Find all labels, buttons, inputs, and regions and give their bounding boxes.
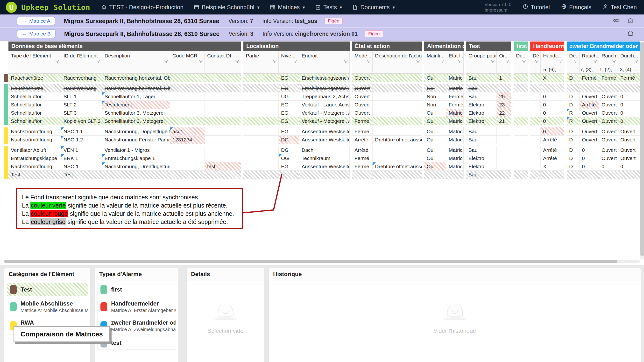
cell-zde[interactable]: D <box>567 154 580 162</box>
cell-handt[interactable]: X <box>541 162 564 171</box>
column-header-hde[interactable]: Dé... <box>530 51 541 66</box>
cell-action[interactable] <box>372 117 422 125</box>
cell-id[interactable]: VEN 1 <box>61 146 102 154</box>
filter-input-zde[interactable] <box>567 66 580 74</box>
cell-zde[interactable]: D <box>567 74 580 82</box>
cell-hde[interactable] <box>530 162 541 171</box>
cell-mcr[interactable] <box>170 117 205 125</box>
cell-action[interactable] <box>372 154 422 162</box>
filter-icon[interactable] <box>506 59 509 65</box>
cell-groupe[interactable]: Bau <box>466 146 497 154</box>
column-header-partie[interactable]: Partie <box>244 51 279 66</box>
filter-input-id[interactable] <box>61 66 102 74</box>
nav-item-tests[interactable]: Tests ▾ <box>315 4 342 11</box>
cell-type[interactable]: Nachströmöffnung <box>8 136 61 144</box>
cell-id[interactable]: Rauchvorhang <box>61 84 102 92</box>
cell-endroit[interactable]: Aussentüre Westseite,... <box>299 162 350 171</box>
filter-input-mainti[interactable] <box>424 66 446 74</box>
cell-id[interactable]: ERK 1 <box>61 154 102 162</box>
filter-icon[interactable] <box>199 59 203 65</box>
cell-di[interactable] <box>205 127 241 136</box>
cell-zde[interactable]: R <box>567 109 580 117</box>
cell-id[interactable]: SLT 3 <box>61 109 102 117</box>
filter-input-di[interactable] <box>205 66 241 74</box>
cell-etat[interactable]: Matrice <box>446 154 464 162</box>
cell-endroit[interactable]: Erschliessungszone / ... <box>299 74 350 82</box>
cell-id[interactable]: NSÖ 1 <box>61 162 102 171</box>
cell-mainti[interactable]: Non <box>424 92 446 101</box>
vertical-scrollbar[interactable] <box>640 41 644 260</box>
cell-hde[interactable] <box>530 127 541 136</box>
cell-desc[interactable]: Schnelllauftor 3, Metzgerei <box>102 109 170 117</box>
home-icon[interactable] <box>627 17 634 25</box>
filter-icon[interactable] <box>235 59 239 65</box>
filter-input-niveau[interactable] <box>279 66 299 74</box>
cell-hde[interactable] <box>530 171 541 179</box>
column-header-r1[interactable]: Rauch... <box>580 51 599 66</box>
cell-mainti[interactable]: Oui <box>424 117 446 125</box>
filter-icon[interactable] <box>344 59 348 65</box>
cell-di[interactable] <box>205 84 241 92</box>
cell-partie[interactable] <box>244 74 279 82</box>
matrice-a-button[interactable]: → Matrice A <box>17 17 55 25</box>
cell-desc[interactable]: Nachströmung, Drehflügeltüre <box>102 162 170 171</box>
cell-desc[interactable]: Rauchvorhang horizontal, Oblicht <box>102 84 170 92</box>
cell-durch[interactable]: Ouvert <box>618 146 640 154</box>
cell-action[interactable] <box>372 92 422 101</box>
cell-desc[interactable]: Rauchvorhang horizontal, Oblicht <box>102 74 170 82</box>
cell-mcr[interactable] <box>170 154 205 162</box>
cell-fde[interactable] <box>514 154 528 162</box>
cell-fde[interactable] <box>514 127 528 136</box>
cell-groupe[interactable]: Bau <box>466 136 497 144</box>
cell-hde[interactable] <box>530 109 541 117</box>
horizontal-scrollbar-thumb[interactable] <box>4 260 618 263</box>
cell-niveau[interactable]: EG <box>279 109 299 117</box>
cell-mode[interactable] <box>352 171 372 179</box>
cell-fde[interactable] <box>514 74 528 82</box>
cell-mode[interactable]: Fermé <box>352 117 372 125</box>
nav-item-beispiele[interactable]: Beispiele Schönbühl ▾ <box>194 4 260 11</box>
cell-r1[interactable]: Fermé <box>580 74 599 82</box>
column-header-groupe[interactable]: Groupe pour... <box>466 51 497 66</box>
column-header-mainti[interactable]: Mainti... <box>424 51 446 66</box>
cell-partie[interactable] <box>244 146 279 154</box>
cell-id[interactable]: NSÖ 1.2 <box>61 136 102 144</box>
cell-zde[interactable] <box>567 84 580 92</box>
app-logo-icon[interactable]: U <box>6 2 17 13</box>
filter-input-r1[interactable]: 7, (8), ... <box>580 66 599 74</box>
filter-icon[interactable] <box>367 59 371 65</box>
cell-durch[interactable]: 0 <box>618 109 640 117</box>
cell-endroit[interactable]: Aussentüre Westseite,... <box>299 127 350 136</box>
matrice-b-button[interactable]: ← Matrice B <box>17 29 56 38</box>
cell-fde[interactable] <box>514 136 528 144</box>
cell-groupe[interactable]: Elektro <box>466 117 497 125</box>
column-header-fde[interactable]: Dé... <box>514 51 528 66</box>
cell-durch[interactable]: Ouvert <box>618 154 640 162</box>
cell-action[interactable] <box>372 171 422 179</box>
cell-mode[interactable]: Arrêté <box>352 146 372 154</box>
cell-etat[interactable]: Matrice <box>446 162 464 171</box>
cell-desc[interactable]: Nachströmung, Doppelflügeltür... <box>102 127 170 136</box>
cell-or[interactable]: 25 <box>497 92 511 101</box>
cell-mainti[interactable]: Oui <box>424 146 446 154</box>
cell-endroit[interactable]: Aussentüre Westseite,... <box>299 136 350 144</box>
cell-type[interactable]: Schnelllauftor <box>8 92 61 101</box>
filter-input-etat[interactable] <box>446 66 464 74</box>
cell-id[interactable]: NSÖ 1.1 <box>61 127 102 136</box>
cell-mcr[interactable] <box>170 74 205 82</box>
cell-r2[interactable]: Fermé <box>599 74 618 82</box>
cell-r2[interactable]: Ouvert <box>599 92 618 101</box>
cell-mode[interactable]: Ouvert <box>352 109 372 117</box>
cell-fde[interactable] <box>514 84 528 92</box>
cell-durch[interactable] <box>618 84 640 92</box>
cell-mainti[interactable]: Oui <box>424 74 446 82</box>
cell-action[interactable]: Drehtüre öffnet aussc... <box>372 136 422 144</box>
cell-r1[interactable]: Ouvert <box>580 92 599 101</box>
filter-input-action[interactable] <box>372 66 422 74</box>
cell-fde[interactable] <box>514 101 528 109</box>
cell-r1[interactable] <box>580 171 599 179</box>
cell-groupe[interactable]: Elektro <box>466 101 497 109</box>
cell-action[interactable] <box>372 101 422 109</box>
filter-icon[interactable] <box>416 59 420 65</box>
cell-or[interactable] <box>497 84 511 92</box>
